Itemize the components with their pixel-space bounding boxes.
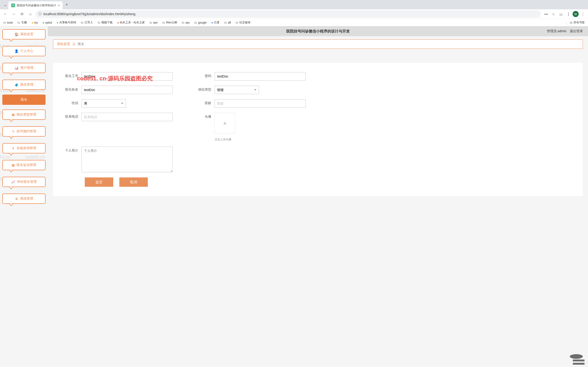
breadcrumb-current: 医生 [78,42,84,46]
sidebar-item[interactable]: 🧳医生管理 [2,80,46,90]
bookmark-label: 社交媒体 [239,21,251,25]
bookmark-label: 百度 [214,21,219,25]
menu-label: 系统管理 [20,197,33,201]
menu-icon: 🧳 [15,83,18,87]
profile-label: 个人简介 [60,147,82,153]
bookmark-item[interactable]: 🗀vpn [148,20,159,25]
password-label: 密码 [187,72,215,78]
extensions-icon[interactable]: ⚏ [558,11,564,17]
profile-textarea[interactable] [82,147,173,172]
bookmark-star-icon[interactable]: ☆ [550,11,557,17]
submit-button[interactable]: 提交 [85,177,113,187]
bookmark-label: vps [185,21,190,24]
disease-type-select[interactable]: 喷嚏 [215,86,259,94]
menu-icon[interactable]: ⋮ [580,11,586,17]
bookmark-item[interactable]: 🗀已导入 [79,20,94,25]
folder-icon: 🗀 [224,21,227,24]
bookmark-item[interactable]: ●共享账号密码 [55,20,77,25]
breadcrumb-sep-icon: ☰ [72,42,76,46]
avatar-upload[interactable]: ＋ [215,113,235,133]
cancel-button[interactable]: 取消 [119,177,148,187]
tab-title: 医院挂号问诊微信小程序的设计 [17,3,56,8]
sidebar-item-active[interactable]: 医生 [2,95,46,105]
bookmark-item[interactable]: 🗀tools [2,20,14,25]
close-icon[interactable]: × [58,3,60,7]
bookmark-item[interactable]: ●txy [30,20,39,25]
forward-button[interactable]: → [10,11,17,17]
bookmark-label: 宝藏 [21,21,27,25]
sidebar-item[interactable]: 🖥系统管理 [2,193,46,204]
password-icon[interactable]: ⊶ [543,11,549,17]
folder-icon: 🗀 [150,21,152,24]
avatar-label: 头像 [187,113,215,119]
nav-bar: ← → ⟳ ⌂ ⓘ localhost:8080/springboot76g3o… [0,9,588,19]
url-bar[interactable]: ⓘ localhost:8080/springboot76g3o/admin/d… [35,10,541,18]
menu-icon: ✈ [12,146,15,150]
tab-bar: ⌄ V 医院挂号问诊微信小程序的设计 × + [0,0,588,9]
password-input[interactable] [215,72,306,81]
sidebar-item[interactable]: 📊用户管理 [2,63,46,73]
doctor-name-input[interactable] [82,86,173,94]
bookmark-label: tools [7,21,13,24]
home-button[interactable]: ⌂ [27,11,34,17]
doctor-id-label: 医生工号 [60,72,82,78]
profile-avatar[interactable]: W [573,11,579,17]
sidebar-item[interactable]: 📈评价医生管理 [2,177,46,187]
bookmark-item[interactable]: ●百度 [210,20,221,25]
back-button[interactable]: ← [2,11,8,17]
bookmark-label: 站长工具 - 站长之家 [120,21,145,25]
all-bookmarks[interactable]: 🗀所有书签 [568,20,586,25]
bookmark-item[interactable]: 🗀宝藏 [16,20,28,25]
bookmarks-bar: 🗀tools🗀宝藏●txy●uplod●共享账号密码🗀已导入🗀视频下载●站长工具… [0,19,588,26]
med-age-input[interactable] [215,99,306,108]
bookmark-label: uplod [45,21,52,24]
gender-select[interactable]: 男 [82,99,126,108]
bookmark-item[interactable]: ●uplod [41,20,53,25]
divider: | [565,11,572,17]
bookmark-item[interactable]: 🗀视频下载 [96,20,114,25]
menu-icon: ▦ [12,163,15,167]
browser-chrome: ⌄ V 医院挂号问诊微信小程序的设计 × + ← → ⟳ ⌂ ⓘ localho… [0,0,588,26]
folder-icon: 🗀 [182,21,185,24]
bookmark-item[interactable]: 🗀Max云梯 [161,20,178,25]
url-text: localhost:8080/springboot76g3o/admin/dis… [43,12,538,16]
logout-link[interactable]: 退出登录 [570,29,583,33]
bookmark-item[interactable]: 🗀google [193,20,208,25]
sidebar-item[interactable]: ✈在线咨询管理 [2,143,46,153]
new-tab-button[interactable]: + [63,2,71,7]
bookmark-item[interactable]: ●站长工具 - 站长之家 [116,20,146,25]
menu-label: 评价医生管理 [17,180,37,184]
bookmark-item[interactable]: 🗀社交媒体 [234,20,252,25]
doctor-id-input[interactable] [82,72,173,81]
gender-label: 性别 [60,99,82,105]
tab-dropdown-icon[interactable]: ⌄ [2,3,8,7]
menu-label: 病症类型管理 [17,113,36,117]
bookmark-label: 所有书签 [573,21,585,25]
menu-icon: 🖥 [15,197,18,200]
sidebar: 🏠系统首页👤个人中心📊用户管理🧳医生管理医生▦病症类型管理✎挂号预约管理✈在线咨… [0,26,48,367]
breadcrumb-home[interactable]: 系统首页 [57,42,70,46]
sidebar-item[interactable]: 🏠系统首页 [2,29,46,40]
sidebar-item[interactable]: ✎挂号预约管理 [2,126,46,137]
breadcrumb: 系统首页 ☰ 医生 [53,40,583,49]
phone-input[interactable] [82,113,173,121]
link-icon: ● [32,21,33,24]
plus-icon: ＋ [222,119,228,127]
folder-icon: 🗀 [98,21,101,24]
phone-label: 联系电话 [60,113,82,119]
folder-icon: 🗀 [162,21,165,24]
bookmark-item[interactable]: 🗀vps [180,20,191,25]
bookmark-label: google [198,21,206,24]
bookmark-item[interactable]: 🗀aff [223,20,232,25]
reload-button[interactable]: ⟳ [19,11,25,17]
med-age-label: 医龄 [187,99,215,105]
browser-tab[interactable]: V 医院挂号问诊微信小程序的设计 × [8,1,63,9]
menu-label: 个人中心 [20,49,34,53]
decoration-icon [560,353,588,367]
sidebar-item[interactable]: 👤个人中心 [2,46,46,56]
user-role: 管理员 admin [547,29,567,33]
folder-icon: 🗀 [81,21,84,24]
folder-icon: 🗀 [17,21,20,24]
sidebar-item[interactable]: ▦病症类型管理 [2,109,46,120]
sidebar-item[interactable]: ▦医生诊治管理 [2,160,46,170]
